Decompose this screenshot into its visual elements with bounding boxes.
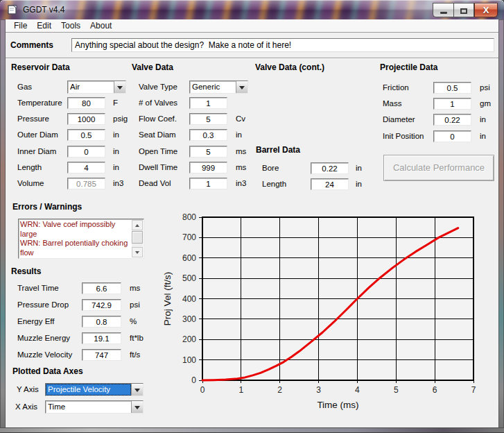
muzzle-energy-field[interactable] [82,332,121,344]
scroll-up-button[interactable] [132,220,143,230]
diameter-label: Diameter [383,115,415,124]
x-axis-value: Time [46,401,131,413]
y-axis-dropdown-button[interactable] [131,384,143,396]
reservoir-length-field[interactable] [67,162,105,173]
bore-field[interactable] [311,162,349,174]
muzzle-energy-unit: ft*lb [130,334,144,342]
diameter-field[interactable] [433,114,471,126]
svg-text:300: 300 [182,314,196,324]
minimize-icon [440,12,447,14]
svg-text:400: 400 [182,294,196,304]
mass-label: Mass [383,99,401,108]
x-axis-combobox[interactable]: Time [45,400,144,414]
open-time-field[interactable] [189,146,227,158]
energy-eff-field[interactable] [82,316,121,328]
scroll-down-button[interactable] [132,247,143,257]
pressure-drop-unit: psi [130,300,140,309]
maximize-button[interactable] [453,3,474,17]
pressure-field[interactable] [67,113,105,125]
bore-label: Bore [262,164,279,172]
svg-text:500: 500 [182,273,196,283]
svg-text:6: 6 [433,385,437,395]
seat-diam-unit: in [236,130,242,139]
muzzle-velocity-label: Muzzle Velocity [17,350,72,359]
pressure-drop-label: Pressure Drop [17,300,69,309]
menu-file[interactable]: File [9,19,32,32]
client-area: File Edit Tools About Comments Reservoir… [6,19,498,427]
errors-warnings-header: Errors / Warnings [12,202,82,212]
muzzle-velocity-field[interactable] [82,349,121,361]
init-position-field[interactable] [433,130,471,142]
energy-eff-unit: % [130,317,137,325]
open-time-unit: ms [236,147,246,155]
dwell-time-label: Dwell Time [139,163,177,171]
volume-unit: in3 [113,179,123,187]
triangle-up-icon [135,222,139,227]
travel-time-field[interactable] [82,282,121,294]
close-icon: X [483,6,489,15]
gas-dropdown-button[interactable] [114,81,125,93]
dwell-time-field[interactable] [189,162,227,173]
pressure-drop-field[interactable] [82,299,121,311]
barrel-length-label: Length [262,180,286,188]
seat-diam-field[interactable] [189,129,227,141]
muzzle-energy-label: Muzzle Energy [17,334,70,342]
triangle-down-icon [135,251,139,256]
temperature-field[interactable] [67,97,105,109]
svg-text:200: 200 [182,334,196,344]
chevron-down-icon [134,406,140,412]
title-bar[interactable]: GGDT v4.4 X [0,0,504,19]
outer-diam-unit: in [113,130,119,139]
scrollbar-thumb[interactable] [132,231,143,244]
minimize-button[interactable] [433,3,453,17]
barrel-length-field[interactable] [311,178,349,190]
outer-diam-field[interactable] [67,129,105,141]
temperature-unit: F [113,99,118,107]
app-window: GGDT v4.4 X File Edit Tools About Commen… [0,0,504,433]
projectile-data-header: Projectile Data [380,62,437,72]
menu-about[interactable]: About [85,19,116,32]
valve-type-combobox[interactable]: Generic [189,80,248,94]
svg-text:7: 7 [471,385,476,395]
inner-diam-field[interactable] [67,146,105,158]
pressure-unit: psig [113,114,128,123]
svg-text:1: 1 [239,385,244,395]
results-header: Results [11,266,41,276]
y-axis-combobox[interactable]: Projectile Velocity [45,383,144,396]
reservoir-data-header: Reservoir Data [11,62,70,72]
flow-coef-field[interactable] [189,113,227,125]
friction-label: Friction [383,83,409,92]
menu-edit[interactable]: Edit [32,19,56,32]
bore-unit: in [356,164,362,172]
valve-type-value: Generic [190,81,236,93]
comments-input[interactable] [71,38,494,52]
maximize-icon [460,8,467,14]
muzzle-velocity-unit: ft/s [130,350,140,359]
dead-vol-field[interactable] [189,178,227,189]
flow-coef-label: Flow Coef. [139,114,177,123]
energy-eff-label: Energy Eff [17,317,55,325]
chevron-down-icon [117,86,123,92]
outer-diam-label: Outer Diam [17,130,58,139]
svg-text:800: 800 [182,212,196,222]
volume-field [67,178,105,189]
inner-diam-label: Inner Diam [17,147,56,155]
svg-text:5: 5 [394,385,399,395]
menu-tools[interactable]: Tools [56,19,85,32]
x-axis-dropdown-button[interactable] [131,401,143,413]
num-valves-field[interactable] [189,97,227,109]
gas-combobox[interactable]: Air [67,80,126,94]
friction-field[interactable] [433,82,471,94]
errors-scrollbar[interactable] [132,220,143,257]
close-button[interactable]: X [474,3,498,17]
errors-warnings-listbox[interactable]: WRN: Valve coef impossibly large WRN: Ba… [18,219,144,259]
svg-text:3: 3 [316,385,321,395]
pressure-label: Pressure [17,114,49,123]
calculate-performance-button[interactable]: Calculate Performance [383,155,494,181]
svg-text:Time (ms): Time (ms) [317,400,358,410]
mass-field[interactable] [433,98,471,110]
valve-type-dropdown-button[interactable] [236,81,247,93]
travel-time-unit: ms [130,284,140,292]
seat-diam-label: Seat Diam [139,130,176,139]
svg-text:Proj Vel (ft/s): Proj Vel (ft/s) [162,272,173,325]
